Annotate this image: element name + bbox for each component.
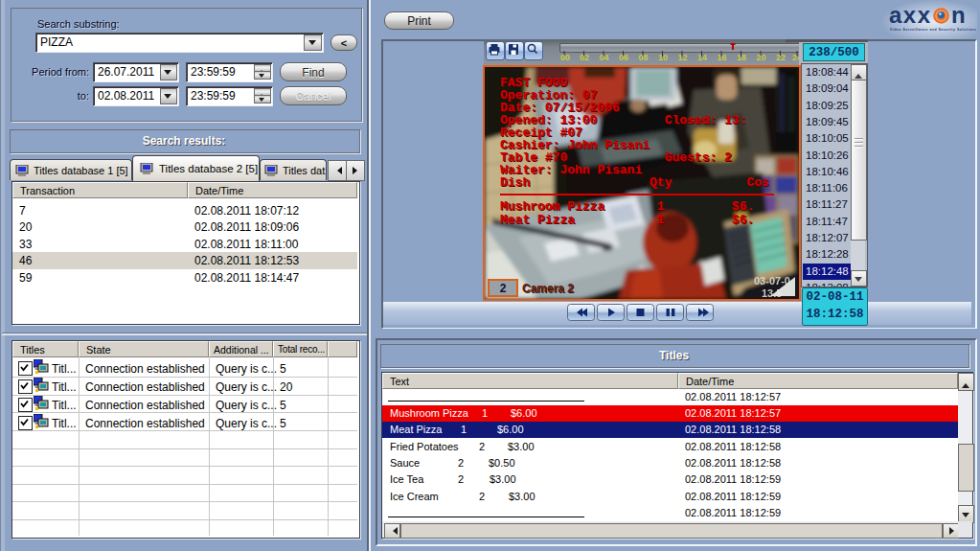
svg-text:22: 22 [776, 53, 786, 62]
svg-text:Mushroom Pizza 1: Mushroom Pizza 1 $6. [500, 199, 754, 214]
svg-text:Camera 2: Camera 2 [522, 282, 574, 295]
svg-text:12: 12 [677, 53, 687, 62]
svg-text:16: 16 [717, 53, 726, 62]
svg-text:18: 18 [737, 53, 746, 62]
svg-text:Video Surveillance and Secu: Video Surveillance and Security Solution… [890, 28, 976, 32]
svg-text:Dish Qty: Dish Qty Cos [500, 175, 769, 190]
svg-text:10: 10 [658, 53, 668, 62]
svg-text:00: 00 [560, 53, 570, 62]
svg-text:20: 20 [756, 53, 765, 62]
svg-text:04: 04 [599, 53, 608, 62]
svg-text:08: 08 [638, 53, 648, 62]
svg-text:2: 2 [500, 282, 507, 295]
svg-text:14: 14 [697, 53, 707, 62]
svg-text:03-07-0: 03-07-0 [754, 275, 790, 287]
svg-text:02: 02 [580, 53, 589, 62]
svg-text:06: 06 [619, 53, 628, 62]
svg-text:n: n [951, 2, 966, 28]
svg-text:Meat Pizza 1: Meat Pizza 1 $6. [500, 213, 754, 227]
svg-text:axx: axx [889, 2, 932, 28]
